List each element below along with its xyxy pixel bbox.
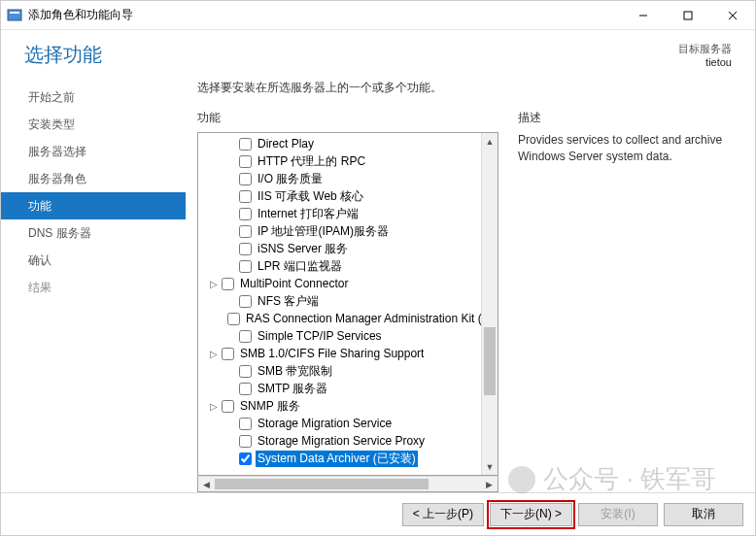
feature-checkbox[interactable] <box>239 138 252 151</box>
feature-row[interactable]: Internet 打印客户端 <box>198 205 481 222</box>
feature-row[interactable]: ▷SNMP 服务 <box>198 397 481 415</box>
target-server-name: tietou <box>678 56 732 68</box>
cancel-button[interactable]: 取消 <box>664 503 743 526</box>
nav-item[interactable]: 开始之前 <box>1 84 186 111</box>
feature-row[interactable]: LPR 端口监视器 <box>198 257 481 275</box>
scroll-thumb[interactable] <box>484 327 496 395</box>
scroll-up-arrow[interactable]: ▲ <box>482 133 498 150</box>
feature-row[interactable]: ▷MultiPoint Connector <box>198 275 481 292</box>
feature-row[interactable]: Simple TCP/IP Services <box>198 327 481 345</box>
feature-checkbox[interactable] <box>222 400 234 413</box>
svg-rect-0 <box>8 10 21 20</box>
feature-label: RAS Connection Manager Administration Ki… <box>244 312 481 325</box>
wizard-header: 选择功能 目标服务器 tietou <box>1 30 755 76</box>
feature-checkbox[interactable] <box>222 348 234 360</box>
feature-row[interactable]: SMB 带宽限制 <box>198 362 481 380</box>
app-icon <box>7 8 22 23</box>
features-tree[interactable]: Direct PlayHTTP 代理上的 RPCI/O 服务质量IIS 可承载 … <box>198 133 481 475</box>
feature-label: Direct Play <box>256 137 316 151</box>
feature-label: IIS 可承载 Web 核心 <box>256 188 365 205</box>
feature-row[interactable]: SMTP 服务器 <box>198 380 481 397</box>
feature-checkbox[interactable] <box>239 208 252 220</box>
feature-checkbox[interactable] <box>239 243 252 255</box>
feature-checkbox[interactable] <box>239 330 252 343</box>
target-server-block: 目标服务器 tietou <box>678 42 732 68</box>
feature-label: SMTP 服务器 <box>256 381 329 397</box>
nav-item[interactable]: DNS 服务器 <box>1 219 186 247</box>
close-button[interactable] <box>710 1 755 30</box>
feature-row[interactable]: RAS Connection Manager Administration Ki… <box>198 310 481 327</box>
page-heading: 选择功能 <box>24 42 678 68</box>
feature-checkbox[interactable] <box>239 190 252 203</box>
feature-checkbox[interactable] <box>239 435 252 448</box>
svg-rect-1 <box>10 12 19 14</box>
scroll-left-arrow[interactable]: ◀ <box>198 477 215 491</box>
feature-checkbox[interactable] <box>239 155 252 168</box>
horizontal-scrollbar[interactable]: ◀ ▶ <box>197 476 498 492</box>
feature-checkbox[interactable] <box>239 365 252 378</box>
feature-label: NFS 客户端 <box>256 293 321 310</box>
feature-label: IP 地址管理(IPAM)服务器 <box>256 223 391 240</box>
instruction-text: 选择要安装在所选服务器上的一个或多个功能。 <box>197 80 732 96</box>
maximize-button[interactable] <box>666 1 710 30</box>
nav-item[interactable]: 安装类型 <box>1 111 186 138</box>
window-title: 添加角色和功能向导 <box>28 7 133 23</box>
nav-item[interactable]: 服务器角色 <box>1 165 186 192</box>
minimize-button[interactable] <box>621 1 666 30</box>
feature-row[interactable]: System Data Archiver (已安装) <box>198 450 481 467</box>
nav-item[interactable]: 确认 <box>1 247 186 274</box>
feature-row[interactable]: NFS 客户端 <box>198 292 481 310</box>
previous-button[interactable]: < 上一步(P) <box>402 503 484 526</box>
expand-icon[interactable]: ▷ <box>208 279 220 289</box>
columns: 功能 Direct PlayHTTP 代理上的 RPCI/O 服务质量IIS 可… <box>197 110 732 492</box>
feature-checkbox[interactable] <box>227 313 240 325</box>
feature-checkbox[interactable] <box>239 295 252 308</box>
feature-row[interactable]: Storage Migration Service <box>198 415 481 432</box>
feature-checkbox[interactable] <box>239 418 252 430</box>
wizard-body: 选择功能 目标服务器 tietou 开始之前安装类型服务器选择服务器角色功能DN… <box>1 30 755 535</box>
feature-label: HTTP 代理上的 RPC <box>256 153 367 170</box>
feature-row[interactable]: HTTP 代理上的 RPC <box>198 152 481 170</box>
feature-row[interactable]: Storage Migration Service Proxy <box>198 432 481 450</box>
feature-checkbox[interactable] <box>222 278 234 290</box>
features-tree-box: Direct PlayHTTP 代理上的 RPCI/O 服务质量IIS 可承载 … <box>197 132 498 476</box>
feature-label: SMB 1.0/CIFS File Sharing Support <box>238 347 426 360</box>
expand-icon[interactable]: ▷ <box>208 401 220 412</box>
feature-label: Storage Migration Service <box>256 417 394 430</box>
scroll-thumb-h[interactable] <box>215 479 429 489</box>
next-button[interactable]: 下一步(N) > <box>490 503 572 526</box>
nav-item: 结果 <box>1 274 186 301</box>
feature-label: SNMP 服务 <box>238 398 302 415</box>
feature-checkbox[interactable] <box>239 225 252 238</box>
feature-checkbox[interactable] <box>239 173 252 185</box>
feature-checkbox[interactable] <box>239 260 252 273</box>
description-heading: 描述 <box>518 110 732 126</box>
nav-item[interactable]: 服务器选择 <box>1 138 186 165</box>
features-column: 功能 Direct PlayHTTP 代理上的 RPCI/O 服务质量IIS 可… <box>197 110 498 492</box>
feature-row[interactable]: Direct Play <box>198 135 481 152</box>
vertical-scrollbar[interactable]: ▲ ▼ <box>481 133 498 475</box>
wizard-nav: 开始之前安装类型服务器选择服务器角色功能DNS 服务器确认结果 <box>1 76 186 492</box>
feature-label: SMB 带宽限制 <box>256 363 334 380</box>
nav-item[interactable]: 功能 <box>1 192 186 219</box>
expand-icon[interactable]: ▷ <box>208 349 220 359</box>
feature-row[interactable]: IP 地址管理(IPAM)服务器 <box>198 222 481 240</box>
feature-checkbox[interactable] <box>239 452 252 465</box>
feature-row[interactable]: iSNS Server 服务 <box>198 240 481 257</box>
description-text: Provides services to collect and archive… <box>518 132 732 165</box>
description-column: 描述 Provides services to collect and arch… <box>518 110 732 492</box>
feature-row[interactable]: ▷SMB 1.0/CIFS File Sharing Support <box>198 345 481 362</box>
feature-label: Simple TCP/IP Services <box>256 329 384 343</box>
feature-row[interactable]: IIS 可承载 Web 核心 <box>198 187 481 205</box>
feature-label: iSNS Server 服务 <box>256 241 350 257</box>
features-heading: 功能 <box>197 110 498 126</box>
scroll-down-arrow[interactable]: ▼ <box>482 458 498 475</box>
wizard-window: 添加角色和功能向导 选择功能 目标服务器 tietou 开始之前安装类型服务器选… <box>0 0 756 536</box>
wizard-main: 选择要安装在所选服务器上的一个或多个功能。 功能 Direct PlayHTTP… <box>186 76 755 492</box>
wizard-footer: < 上一步(P) 下一步(N) > 安装(I) 取消 <box>1 492 755 535</box>
feature-label: System Data Archiver (已安装) <box>256 451 418 467</box>
scroll-right-arrow[interactable]: ▶ <box>481 477 498 491</box>
feature-row[interactable]: I/O 服务质量 <box>198 170 481 187</box>
feature-checkbox[interactable] <box>239 383 252 395</box>
feature-label: MultiPoint Connector <box>238 277 350 290</box>
